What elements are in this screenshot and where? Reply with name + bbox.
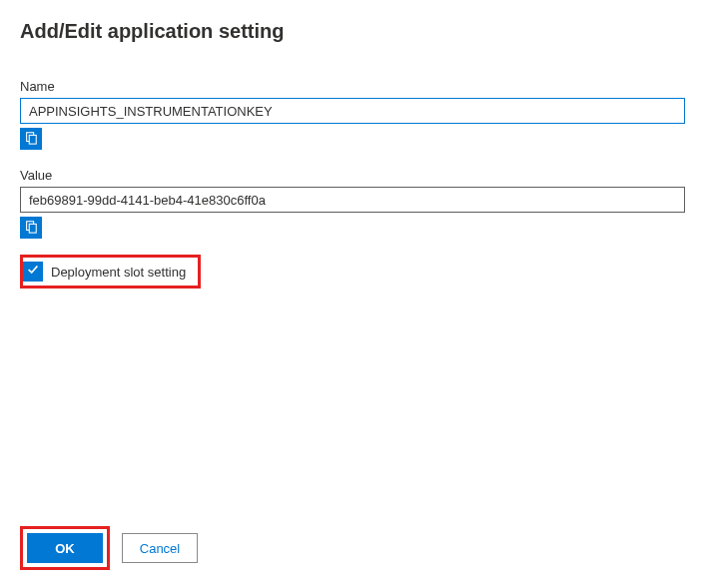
copy-name-button[interactable]: [20, 128, 42, 150]
checkbox-box: [23, 262, 43, 282]
copy-icon: [24, 131, 38, 148]
name-field-group: Name: [20, 79, 685, 150]
deployment-slot-checkbox[interactable]: Deployment slot setting: [20, 255, 201, 289]
dialog-title: Add/Edit application setting: [20, 20, 284, 43]
deployment-slot-label: Deployment slot setting: [51, 265, 192, 280]
cancel-button[interactable]: Cancel: [122, 533, 198, 563]
ok-button[interactable]: OK: [27, 533, 103, 563]
ok-highlight: OK: [20, 526, 110, 570]
value-field-group: Value: [20, 168, 685, 239]
name-input[interactable]: [20, 98, 685, 124]
close-button[interactable]: [681, 20, 685, 40]
svg-rect-1: [29, 135, 36, 144]
value-input[interactable]: [20, 187, 685, 213]
name-label: Name: [20, 79, 685, 94]
check-icon: [26, 263, 40, 281]
dialog-header: Add/Edit application setting: [20, 20, 685, 43]
copy-value-button[interactable]: [20, 217, 42, 239]
value-label: Value: [20, 168, 685, 183]
copy-icon: [24, 220, 38, 237]
dialog-footer: OK Cancel: [20, 526, 198, 570]
svg-rect-3: [29, 224, 36, 233]
